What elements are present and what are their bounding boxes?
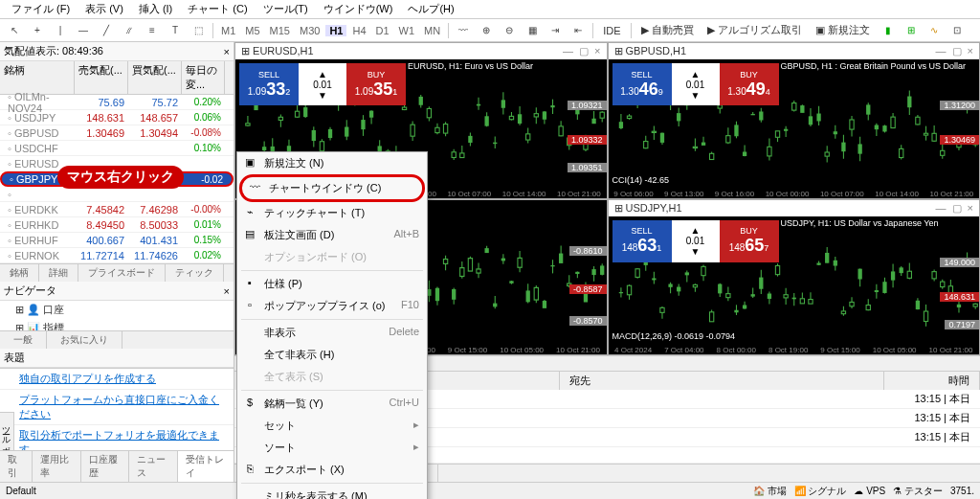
chart-GBPUSD,H1[interactable]: ⊞ GBPUSD,H1—▢× SELL1.30 469 ▲0.01▼ BUY1.…	[608, 42, 981, 199]
theme-item-0[interactable]: 独自の取引アプリを作成する	[0, 369, 234, 390]
maximize-icon[interactable]: ▢	[579, 45, 589, 57]
shift-icon[interactable]: ⇤	[568, 21, 589, 40]
algo-button[interactable]: ▶ アルゴリズム取引	[702, 21, 808, 39]
maximize-icon[interactable]: ▢	[952, 45, 962, 57]
nav-tab-fav[interactable]: お気に入り	[47, 331, 122, 349]
mw-row-6[interactable]: ◦	[0, 187, 234, 202]
lot-input[interactable]: ▲0.01▼	[672, 63, 720, 105]
mw-tab-symbols[interactable]: 銘柄	[0, 264, 39, 282]
label-icon[interactable]: ⬚	[188, 21, 209, 40]
ctx-item-3[interactable]: ▤板注文画面 (D)Alt+B	[237, 224, 427, 246]
close-icon[interactable]: ×	[968, 202, 973, 215]
term-col-time[interactable]: 時間	[884, 372, 980, 390]
menu-file[interactable]: ファイル (F)	[4, 0, 78, 18]
sell-button[interactable]: SELL1.30 469	[612, 63, 672, 105]
mw-tab-tick[interactable]: ティック	[166, 264, 224, 282]
text-icon[interactable]: T	[165, 21, 186, 40]
status-vps[interactable]: ☁ VPS	[854, 486, 885, 496]
col-bid[interactable]: 売気配(...	[75, 61, 128, 94]
ctx-item-18[interactable]: ミリ秒を表示する (M)	[237, 486, 427, 499]
timeframe-w1[interactable]: W1	[395, 25, 419, 36]
nav-tab-general[interactable]: 一般	[0, 331, 47, 349]
close-icon[interactable]: ×	[968, 45, 973, 57]
mw-row-USDCHF[interactable]: ◦ USDCHF0.10%	[0, 141, 234, 156]
mw-tab-details[interactable]: 詳細	[39, 264, 78, 282]
ctx-item-13[interactable]: $銘柄一覧 (Y)Ctrl+U	[237, 393, 427, 415]
ctx-item-15[interactable]: ソート▸	[237, 437, 427, 459]
timeframe-h1[interactable]: H1	[325, 25, 346, 36]
candles-icon[interactable]: ⊞	[901, 21, 922, 40]
close-icon[interactable]: ×	[594, 45, 600, 57]
timeframe-mn[interactable]: MN	[420, 25, 444, 36]
sell-button[interactable]: SELL148 631	[612, 220, 672, 262]
ctx-item-14[interactable]: セット▸	[237, 415, 427, 437]
status-signals[interactable]: 📶 シグナル	[794, 485, 847, 498]
minimize-icon[interactable]: —	[563, 45, 573, 57]
ctx-item-6[interactable]: ▪仕様 (P)	[237, 273, 427, 295]
timeframe-d1[interactable]: D1	[372, 25, 393, 36]
chart-USDJPY,H1[interactable]: ⊞ USDJPY,H1—▢× SELL148 631 ▲0.01▼ BUY148…	[608, 199, 981, 356]
mw-row-EURHKD[interactable]: ◦ EURHKD8.494508.500330.01%	[0, 217, 234, 233]
maximize-icon[interactable]: ▢	[952, 202, 962, 215]
menu-chart[interactable]: チャート (C)	[180, 0, 255, 18]
timeframe-m5[interactable]: M5	[241, 25, 263, 36]
btab-history[interactable]: 口座履歴	[81, 451, 130, 482]
menu-view[interactable]: 表示 (V)	[78, 0, 131, 18]
col-symbol[interactable]: 銘柄	[0, 61, 75, 94]
menu-window[interactable]: ウインドウ(W)	[316, 0, 401, 18]
template-icon[interactable]: ▦	[522, 21, 543, 40]
lot-input[interactable]: ▲0.01▼	[299, 63, 346, 105]
theme-item-1[interactable]: プラットフォームから直接口座にご入金ください	[0, 390, 234, 425]
fibo-icon[interactable]: ≡	[142, 21, 163, 40]
timeframe-m30[interactable]: M30	[296, 25, 323, 36]
mw-row-GBPUSD[interactable]: ◦ GBPUSD1.304691.30494-0.08%	[0, 125, 234, 141]
mw-tab-priceboard[interactable]: プライスボード	[78, 264, 166, 282]
ctx-item-7[interactable]: ▫ポップアッププライス (o)F10	[237, 295, 427, 317]
trendline-icon[interactable]: ╱	[96, 21, 117, 40]
line-chart-icon[interactable]: 〰	[453, 21, 474, 40]
autotrade-button[interactable]: ▶ 自動売買	[635, 21, 700, 39]
mw-row-EURNOK[interactable]: ◦ EURNOK11.7271411.746260.02%	[0, 248, 234, 263]
new-order-button[interactable]: ▣ 新規注文	[810, 21, 876, 39]
zoom-out-icon[interactable]: ⊖	[499, 21, 520, 40]
zoom-in-icon[interactable]: ⊕	[476, 21, 497, 40]
term-col-to[interactable]: 宛先	[560, 372, 885, 390]
ctx-item-0[interactable]: ▣新規注文 (N)	[237, 152, 427, 174]
ctx-item-10[interactable]: 全て非表示 (H)	[237, 344, 427, 366]
channel-icon[interactable]: ⫽	[119, 21, 140, 40]
ctx-item-16[interactable]: ⎘エクスポート (X)	[237, 459, 427, 481]
col-change[interactable]: 毎日の変...	[182, 61, 225, 94]
minimize-icon[interactable]: —	[936, 202, 947, 215]
btab-exposure[interactable]: 運用比率	[33, 451, 81, 482]
col-ask[interactable]: 買気配(...	[128, 61, 182, 94]
vline-icon[interactable]: |	[50, 21, 71, 40]
depth-icon[interactable]: ⊡	[947, 21, 968, 40]
btab-news[interactable]: ニュース	[129, 451, 178, 482]
mw-row-OILMn-NOV24[interactable]: ◦ OILMn-NOV2475.6975.720.20%	[0, 95, 234, 110]
hline-icon[interactable]: —	[73, 21, 94, 40]
mw-row-EURHUF[interactable]: ◦ EURHUF400.667401.4310.15%	[0, 233, 234, 248]
sell-button[interactable]: SELL1.09 332	[239, 63, 299, 105]
status-market[interactable]: 🏠 市場	[753, 485, 787, 498]
lines-icon[interactable]: ∿	[924, 21, 945, 40]
nav-item-0[interactable]: ⊞ 👤 口座	[0, 301, 234, 319]
buy-button[interactable]: BUY148 657	[720, 220, 779, 262]
scroll-icon[interactable]: ⇥	[545, 21, 566, 40]
mw-row-USDJPY[interactable]: ◦ USDJPY148.631148.6570.06%	[0, 110, 234, 125]
cursor-icon[interactable]: ↖	[4, 21, 25, 40]
bars-icon[interactable]: ▮	[878, 21, 899, 40]
close-icon[interactable]: ×	[224, 46, 230, 57]
nav-item-1[interactable]: ⊞ 📊 指標	[0, 319, 234, 330]
btab-mailbox[interactable]: 受信トレイ	[178, 451, 234, 482]
ide-button[interactable]: IDE	[597, 23, 626, 38]
menu-insert[interactable]: 挿入 (I)	[131, 0, 180, 18]
btab-trade[interactable]: 取引	[0, 451, 33, 482]
ctx-item-9[interactable]: 非表示Delete	[237, 322, 427, 344]
ctx-item-1[interactable]: 〰チャートウインドウ (C)	[239, 174, 425, 202]
menu-help[interactable]: ヘルプ(H)	[400, 0, 461, 18]
lot-input[interactable]: ▲0.01▼	[672, 220, 720, 262]
timeframe-m15[interactable]: M15	[266, 25, 294, 36]
close-icon[interactable]: ×	[224, 285, 230, 297]
timeframe-h4[interactable]: H4	[348, 25, 369, 36]
buy-button[interactable]: BUY1.30 494	[720, 63, 779, 105]
